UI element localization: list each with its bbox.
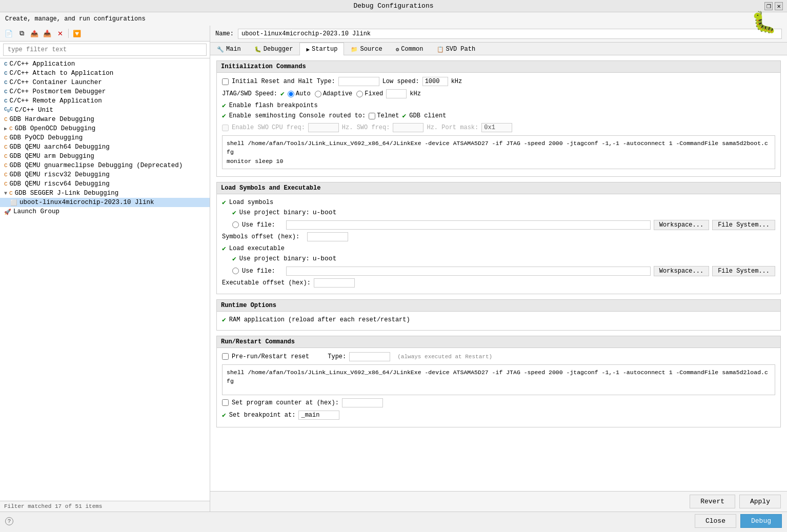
- project-binary-value: u-boot: [313, 209, 337, 216]
- semihosting-row: ✔ Enable semihosting Console routed to: …: [222, 112, 775, 120]
- tab-debugger[interactable]: 🐛 Debugger: [248, 43, 300, 55]
- symbols-workspace-button[interactable]: Workspace...: [654, 220, 709, 230]
- set-bp-row: ✔ Set breakpoint at:: [222, 411, 775, 420]
- initial-reset-type-input[interactable]: [338, 77, 379, 86]
- import-button[interactable]: 📥: [42, 28, 53, 39]
- tree-item-cpp-postmortem[interactable]: C C/C++ Postmortem Debugger: [0, 87, 210, 96]
- apply-button[interactable]: Apply: [739, 495, 781, 508]
- tree-item-label: C/C++ Remote Application: [10, 97, 102, 105]
- tree-item-cpp-app[interactable]: C C/C++ Application: [0, 59, 210, 69]
- new-config-button[interactable]: 📄: [3, 28, 14, 39]
- tree-item-label: GDB QEMU aarch64 Debugging: [10, 144, 110, 151]
- right-panel: Name: 🔧 Main 🐛 Debugger ▶ Startup 📁 Sour…: [210, 26, 787, 511]
- use-file-exec-label: Use file:: [242, 268, 283, 275]
- fixed-radio[interactable]: [356, 91, 363, 97]
- exec-workspace-button[interactable]: Workspace...: [654, 266, 709, 276]
- jtag-speed-row: JTAG/SWD Speed: ✔ Auto Adaptive: [222, 89, 775, 98]
- tab-source[interactable]: 📁 Source: [344, 43, 389, 55]
- help-button[interactable]: ?: [5, 517, 13, 525]
- runtime-options-body: ✔ RAM application (reload after each res…: [217, 312, 780, 330]
- export-button[interactable]: 📤: [29, 28, 40, 39]
- gdb-client-label: GDB client: [409, 112, 446, 119]
- use-file-exec-row: Use file: Workspace... File System...: [222, 266, 775, 276]
- tree-item-cpp-unit[interactable]: CUC C/C++ Unit: [0, 106, 210, 115]
- set-bp-input[interactable]: [298, 411, 339, 420]
- tree-item-gdb-qemu-gnuarm[interactable]: C GDB QEMU gnuarmeclipse Debugging (Depr…: [0, 161, 210, 170]
- tabs-bar: 🔧 Main 🐛 Debugger ▶ Startup 📁 Source ⚙ C…: [210, 43, 787, 55]
- tree-item-gdb-qemu-arm[interactable]: C GDB QEMU arm Debugging: [0, 152, 210, 161]
- run-restart-header: Run/Restart Commands: [217, 336, 780, 348]
- filter-input[interactable]: [3, 44, 207, 56]
- load-exec-check-icon: ✔: [222, 244, 226, 253]
- use-file-symbols-input[interactable]: [286, 220, 651, 230]
- tree-item-uboot[interactable]: ⬜ uboot-linux4microchip-2023.10 Jlink: [0, 198, 210, 207]
- telnet-checkbox[interactable]: [369, 113, 375, 119]
- tree-item-cpp-container[interactable]: C C/C++ Container Launcher: [0, 78, 210, 87]
- set-pc-checkbox[interactable]: [222, 399, 229, 406]
- use-file-exec-radio[interactable]: [232, 268, 239, 274]
- tree-item-gdb-segger[interactable]: ▼ C GDB SEGGER J-Link Debugging: [0, 189, 210, 198]
- tree-item-gdb-qemu-riscv32[interactable]: C GDB QEMU riscv32 Debugging: [0, 170, 210, 179]
- cpu-freq-label: CPU freq:: [272, 124, 305, 131]
- common-tab-icon: ⚙: [396, 46, 399, 53]
- swo-row: Enable SWO CPU freq: Hz. SWO freq: Hz. P…: [222, 123, 775, 132]
- symbols-offset-input[interactable]: [307, 232, 348, 241]
- low-speed-input[interactable]: [422, 77, 448, 86]
- close-button[interactable]: Close: [695, 514, 736, 528]
- tab-main[interactable]: 🔧 Main: [210, 43, 248, 55]
- maximize-button[interactable]: ❐: [764, 2, 773, 10]
- swo-freq-input: [393, 123, 423, 132]
- tree-item-gdb-hardware[interactable]: C GDB Hardware Debugging: [0, 115, 210, 124]
- footer-buttons: Close Debug: [695, 514, 782, 528]
- close-window-button[interactable]: ✕: [775, 2, 783, 10]
- auto-option: Auto: [288, 90, 311, 97]
- gdb-icon: C: [4, 162, 8, 169]
- tab-common[interactable]: ⚙ Common: [389, 43, 430, 55]
- exec-filesystem-button[interactable]: File System...: [712, 266, 775, 276]
- symbols-filesystem-button[interactable]: File System...: [712, 220, 775, 230]
- tree-item-cpp-attach[interactable]: C C/C++ Attach to Application: [0, 69, 210, 78]
- tree-item-cpp-remote[interactable]: C C/C++ Remote Application: [0, 96, 210, 106]
- set-pc-label: Set program counter at (hex):: [232, 399, 339, 406]
- tree-item-label: GDB Hardware Debugging: [10, 116, 94, 123]
- tree-item-launch-group[interactable]: 🚀 Launch Group: [0, 207, 210, 216]
- tree-item-gdb-qemu-aarch64[interactable]: C GDB QEMU aarch64 Debugging: [0, 142, 210, 152]
- exec-offset-row: Executable offset (hex):: [222, 278, 775, 288]
- tree-item-gdb-openocd[interactable]: ▶ C GDB OpenOCD Debugging: [0, 124, 210, 133]
- delete-button[interactable]: ✕: [54, 28, 66, 39]
- duplicate-button[interactable]: ⧉: [16, 28, 27, 39]
- pre-run-checkbox[interactable]: [222, 353, 229, 360]
- use-file-exec-input[interactable]: [286, 267, 651, 276]
- debug-button[interactable]: Debug: [740, 514, 782, 528]
- init-commands-header: Initialization Commands: [217, 61, 780, 73]
- ram-app-row: ✔ RAM application (reload after each res…: [222, 316, 775, 324]
- fixed-speed-input[interactable]: [386, 89, 407, 98]
- revert-button[interactable]: Revert: [690, 495, 735, 508]
- run-type-input[interactable]: [349, 352, 390, 361]
- name-label: Name:: [215, 30, 234, 37]
- tree-item-label: C/C++ Application: [10, 60, 75, 68]
- gdb-icon: C: [9, 126, 13, 132]
- initial-reset-checkbox[interactable]: [222, 78, 229, 85]
- tab-main-label: Main: [226, 46, 241, 53]
- config-name-input[interactable]: [238, 29, 782, 39]
- filter-status: Filter matched 17 of 51 items: [0, 501, 210, 511]
- auto-radio[interactable]: [288, 91, 294, 97]
- tab-svd-path[interactable]: 📋 SVD Path: [430, 43, 482, 55]
- filter-button[interactable]: 🔽: [71, 28, 83, 39]
- adaptive-radio[interactable]: [315, 91, 321, 97]
- tree-item-label: GDB QEMU riscv32 Debugging: [10, 171, 110, 178]
- startup-tab-icon: ▶: [306, 46, 310, 53]
- exec-offset-input[interactable]: [314, 278, 355, 288]
- cpp-icon: C: [4, 70, 8, 76]
- type-label: Type:: [328, 353, 346, 360]
- tree-item-gdb-qemu-riscv64[interactable]: C GDB QEMU riscv64 Debugging: [0, 179, 210, 189]
- set-pc-input[interactable]: [342, 398, 383, 407]
- cpp-cu-icon: CUC: [4, 107, 13, 114]
- runtime-options-header: Runtime Options: [217, 300, 780, 312]
- tab-startup-label: Startup: [312, 46, 337, 53]
- tab-startup[interactable]: ▶ Startup: [299, 43, 344, 55]
- use-file-symbols-radio[interactable]: [232, 221, 239, 228]
- flash-check-icon: ✔: [222, 101, 226, 110]
- tree-item-gdb-pyocd[interactable]: C GDB PyOCD Debugging: [0, 133, 210, 142]
